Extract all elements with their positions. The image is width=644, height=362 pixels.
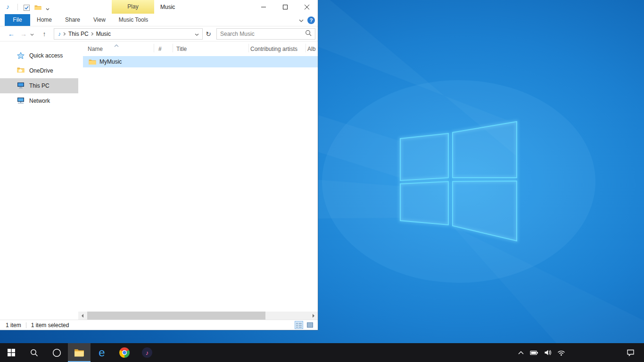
column-header-contributing-artists[interactable]: Contributing artists: [250, 46, 297, 52]
sidebar-item-label: Quick access: [29, 52, 63, 59]
details-view-button[interactable]: [295, 321, 303, 329]
refresh-button[interactable]: ↻: [204, 30, 213, 38]
horizontal-scrollbar[interactable]: [78, 312, 318, 320]
selection-count: 1 item selected: [31, 322, 69, 329]
cortana-button[interactable]: [45, 343, 68, 362]
maximize-button[interactable]: [274, 0, 296, 14]
search-box: [216, 28, 315, 40]
volume-icon[interactable]: [544, 349, 552, 356]
titlebar-separator: [17, 4, 18, 10]
ribbon-tab-bar: File Home Share View Music Tools ?: [0, 14, 318, 26]
qat-customize-chevron-icon[interactable]: [44, 5, 51, 13]
file-list: Name # Title Contributing artists Alb My…: [78, 41, 318, 312]
column-separator: [173, 44, 173, 52]
chrome-icon: [119, 347, 130, 358]
taskbar-search-button[interactable]: [23, 343, 45, 362]
column-header-row: Name # Title Contributing artists Alb: [78, 41, 318, 54]
forward-button[interactable]: →: [19, 30, 28, 38]
sort-ascending-icon: [114, 42, 119, 49]
taskbar: e ♪: [0, 343, 644, 362]
scroll-left-arrow[interactable]: [78, 312, 86, 320]
expand-ribbon-chevron-icon[interactable]: [299, 17, 304, 24]
star-icon: [17, 52, 25, 59]
navigation-pane: Quick access OneDrive This PC Network: [0, 41, 78, 312]
status-bar: 1 item 1 item selected: [0, 320, 318, 330]
file-name: MyMusic: [99, 58, 122, 65]
large-thumbnails-view-button[interactable]: [305, 321, 314, 329]
network-wifi-icon[interactable]: [557, 350, 565, 356]
close-button[interactable]: [296, 0, 318, 14]
item-count: 1 item: [6, 322, 21, 329]
internet-explorer-icon: e: [99, 347, 105, 358]
taskbar-internet-explorer[interactable]: e: [91, 343, 113, 362]
back-button[interactable]: ←: [7, 30, 16, 38]
network-icon: [17, 97, 25, 105]
new-folder-qat-icon[interactable]: [34, 4, 41, 11]
titlebar: ♪ Play Music: [0, 0, 318, 14]
address-bar[interactable]: ♪ This PC Music: [54, 28, 203, 40]
itunes-icon: ♪: [142, 347, 152, 358]
folder-icon: [89, 59, 96, 65]
search-icon[interactable]: [305, 30, 312, 38]
navigation-bar: ← → ↑ ♪ This PC Music ↻: [0, 26, 318, 41]
onedrive-folder-icon: [17, 67, 25, 74]
system-tray: [512, 343, 644, 362]
status-separator: [26, 322, 26, 328]
column-separator: [154, 44, 154, 52]
sidebar-item-network[interactable]: Network: [0, 93, 78, 108]
search-input[interactable]: [220, 31, 305, 37]
taskbar-file-explorer[interactable]: [68, 343, 91, 362]
tab-file[interactable]: File: [5, 14, 30, 26]
music-tools-play-group[interactable]: Play: [112, 0, 154, 14]
start-button[interactable]: [0, 343, 23, 362]
breadcrumb-music[interactable]: Music: [94, 29, 113, 39]
up-button[interactable]: ↑: [40, 30, 49, 38]
address-music-icon: ♪: [58, 31, 61, 37]
breadcrumb-this-pc[interactable]: This PC: [66, 29, 91, 39]
window-title: Music: [160, 0, 175, 14]
view-toggles: [295, 321, 314, 329]
main-area: Quick access OneDrive This PC Network: [0, 41, 318, 312]
column-header-name[interactable]: Name: [88, 46, 103, 52]
sidebar-item-label: This PC: [29, 82, 50, 89]
tab-home[interactable]: Home: [30, 14, 58, 26]
window-music-icon: ♪: [6, 3, 9, 10]
scroll-right-arrow[interactable]: [310, 312, 318, 320]
file-explorer-window: ♪ Play Music File Home Share Vi: [0, 0, 318, 330]
tab-share[interactable]: Share: [58, 14, 87, 26]
sidebar-item-quick-access[interactable]: Quick access: [0, 48, 78, 63]
show-hidden-icons-chevron-icon[interactable]: [518, 351, 524, 354]
scrollbar-thumb[interactable]: [87, 312, 265, 320]
column-separator: [248, 44, 249, 52]
minimize-button[interactable]: [253, 0, 274, 14]
column-header-title[interactable]: Title: [176, 46, 187, 52]
properties-qat-icon[interactable]: [23, 4, 30, 11]
address-dropdown-chevron-icon[interactable]: [191, 31, 202, 37]
recent-locations-chevron-icon[interactable]: [30, 31, 36, 37]
sidebar-item-label: Network: [29, 98, 50, 104]
action-center-icon[interactable]: [627, 349, 635, 356]
column-header-album[interactable]: Alb: [307, 46, 315, 52]
window-controls: [253, 0, 318, 14]
tab-music-tools[interactable]: Music Tools: [112, 14, 155, 26]
sidebar-item-label: OneDrive: [29, 67, 53, 74]
file-row-mymusic[interactable]: MyMusic: [83, 56, 318, 67]
taskbar-chrome[interactable]: [113, 343, 136, 362]
battery-icon[interactable]: [530, 349, 538, 356]
sidebar-item-this-pc[interactable]: This PC: [0, 78, 78, 93]
sidebar-item-onedrive[interactable]: OneDrive: [0, 63, 78, 78]
taskbar-itunes[interactable]: ♪: [136, 343, 158, 362]
help-button[interactable]: ?: [307, 16, 315, 24]
tab-view[interactable]: View: [87, 14, 112, 26]
computer-icon: [17, 82, 25, 90]
column-separator: [305, 44, 306, 52]
column-header-number[interactable]: #: [158, 46, 162, 52]
